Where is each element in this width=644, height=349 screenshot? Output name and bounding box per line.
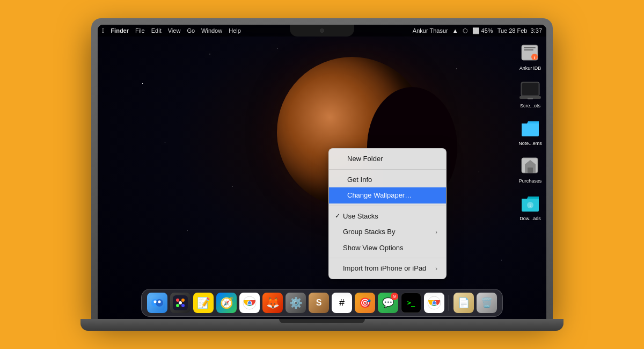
svg-point-23 (179, 301, 182, 304)
dock-finder[interactable] (147, 293, 167, 313)
desktop-icon-purchases[interactable]: Purchases (518, 154, 542, 184)
desktop-icon-label-notes: Note...ems (518, 141, 542, 146)
dock-divider (449, 295, 449, 311)
context-menu-import-iphone[interactable]: Import from iPhone or iPad › (329, 260, 446, 277)
dock-slack[interactable]: # (332, 293, 352, 313)
dock-terminal[interactable]: >_ (401, 293, 421, 313)
svg-text:i: i (534, 55, 535, 60)
svg-rect-1 (524, 47, 536, 48)
screen-bezel:  Finder File Edit View Go Window Help A… (98, 25, 546, 319)
desktop-wallpaper (98, 25, 546, 319)
downloads-icon: ↓ (518, 191, 542, 215)
menu-view[interactable]: View (168, 27, 181, 34)
laptop-screen-outer:  Finder File Edit View Go Window Help A… (91, 18, 553, 319)
menubar-battery: ⬜ 45% (472, 27, 493, 34)
context-menu-new-folder[interactable]: New Folder (329, 151, 446, 167)
desktop-icon-downloads[interactable]: ↓ Dow...ads (518, 191, 542, 221)
dock-chrome[interactable] (239, 293, 260, 313)
separator-3 (329, 258, 446, 258)
desktop-icon-label-ankur-idb: Ankur iDB (519, 66, 541, 71)
laptop-wrapper:  Finder File Edit View Go Window Help A… (80, 18, 564, 331)
context-menu-use-stacks[interactable]: ✓ Use Stacks (329, 208, 446, 224)
dock-chrome2[interactable] (424, 293, 444, 313)
menubar-wifi-icon: ▲ (452, 27, 458, 34)
svg-rect-2 (524, 49, 533, 50)
menubar-left:  Finder File Edit View Go Window Help (102, 27, 241, 34)
macos-screen:  Finder File Edit View Go Window Help A… (98, 25, 546, 319)
menubar-bt-icon: ⬡ (463, 27, 468, 34)
dock-scrivener[interactable]: S (309, 293, 329, 313)
menu-go[interactable]: Go (187, 27, 195, 34)
camera-notch (290, 25, 354, 37)
separator-1 (329, 169, 446, 170)
desktop-icon-label-screenshots: Scre...ots (520, 103, 540, 108)
svg-rect-8 (528, 98, 533, 99)
svg-rect-10 (528, 168, 533, 173)
svg-point-17 (158, 301, 161, 303)
menu-window[interactable]: Window (201, 27, 222, 34)
svg-rect-6 (522, 83, 538, 95)
dock-files[interactable]: 📄 (453, 293, 474, 313)
svg-point-22 (181, 304, 185, 307)
menu-edit[interactable]: Edit (151, 27, 162, 34)
dock-safari[interactable]: 🧭 (216, 293, 237, 313)
menu-help[interactable]: Help (229, 27, 241, 34)
svg-point-21 (176, 304, 179, 307)
dock-messages[interactable]: 💬 9 (378, 293, 398, 313)
svg-point-27 (248, 301, 251, 304)
menubar-right: Ankur Thasur ▲ ⬡ ⬜ 45% Tue 28 Feb 3:37 (413, 27, 542, 34)
menubar-app-name[interactable]: Finder (111, 27, 129, 34)
notes-folder-icon (518, 116, 542, 140)
arrow-import-iphone: › (435, 264, 437, 273)
dock-notes[interactable]: 📝 (193, 293, 214, 313)
context-menu-group-stacks[interactable]: Group Stacks By › (329, 224, 446, 240)
label-change-wallpaper: Change Wallpaper… (346, 190, 437, 201)
desktop-icon-label-purchases: Purchases (519, 178, 542, 184)
dock-trash[interactable]: 🗑️ (477, 293, 497, 313)
label-import-iphone: Import from iPhone or iPad (342, 263, 435, 274)
menubar-user: Ankur Thasur (413, 27, 448, 34)
ankur-idb-icon: i (518, 41, 542, 64)
separator-2 (329, 206, 446, 206)
screenshots-icon (518, 78, 542, 102)
menubar-datetime: Tue 28 Feb 3:37 (497, 27, 542, 34)
desktop-icons: i Ankur iDB (518, 41, 542, 221)
svg-point-31 (433, 301, 436, 304)
purchases-icon (518, 154, 542, 177)
apple-menu[interactable]:  (102, 27, 104, 34)
context-menu-show-view-options[interactable]: Show View Options (329, 240, 446, 256)
context-menu: New Folder Get Info Change Wallpaper… (328, 148, 447, 279)
svg-text:↓: ↓ (529, 202, 532, 208)
desktop-icon-label-downloads: Dow...ads (519, 216, 541, 221)
dock: 📝 🧭 (141, 289, 503, 317)
menu-file[interactable]: File (135, 27, 145, 34)
dock-firefox[interactable]: 🦊 (262, 293, 283, 313)
context-menu-get-info[interactable]: Get Info (329, 172, 446, 188)
desktop-icon-notes-folder[interactable]: Note...ems (518, 116, 542, 146)
label-show-view-options: Show View Options (342, 243, 437, 253)
dock-launchpad[interactable] (170, 293, 191, 313)
label-group-stacks: Group Stacks By (342, 227, 435, 237)
desktop-icon-screenshots[interactable]: Scre...ots (518, 78, 542, 108)
svg-point-16 (154, 301, 157, 303)
context-menu-change-wallpaper[interactable]: Change Wallpaper… (329, 187, 446, 203)
svg-point-19 (176, 299, 179, 302)
camera-dot (320, 28, 324, 33)
laptop-base (80, 319, 564, 331)
label-new-folder: New Folder (346, 154, 437, 164)
check-use-stacks: ✓ (333, 211, 342, 221)
dock-keynote[interactable]: 🎯 (355, 293, 375, 313)
label-get-info: Get Info (346, 174, 437, 185)
desktop-icon-ankur-idb[interactable]: i Ankur iDB (518, 41, 542, 71)
menubar-items: File Edit View Go Window Help (135, 27, 241, 34)
arrow-group-stacks: › (435, 228, 437, 237)
svg-point-20 (181, 299, 185, 302)
label-use-stacks: Use Stacks (342, 211, 437, 222)
dock-settings[interactable]: ⚙️ (286, 293, 306, 313)
